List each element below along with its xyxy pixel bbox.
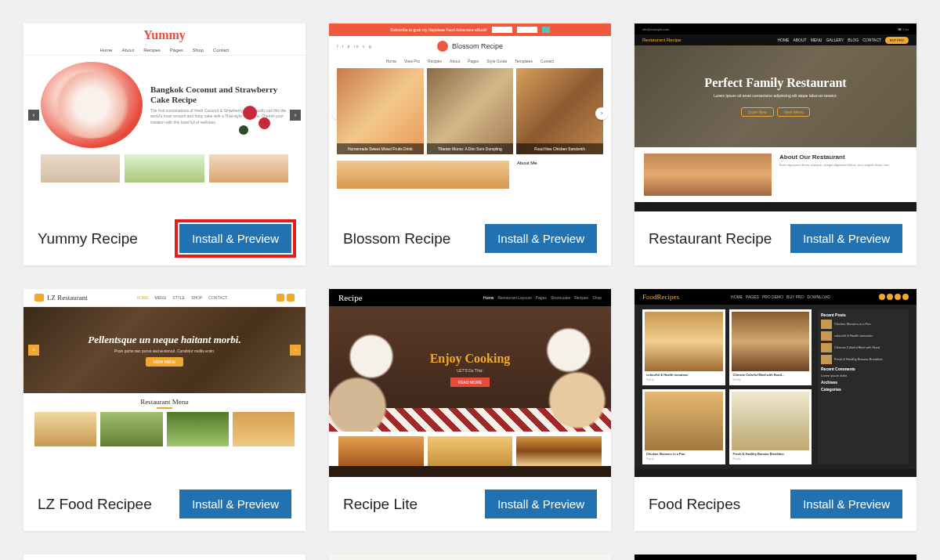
theme-card-restaurant-recipe[interactable]: info@example.com☎ f t in Restaurant Reci…	[634, 23, 916, 266]
preview-brand: Restaurant Recipe	[642, 38, 682, 42]
preview-sidebar-heading: About Me	[517, 161, 603, 189]
menu-heading: Restaurant Menu	[24, 393, 306, 412]
hero-subtitle: Lorem ipsum sit amet consectetur adipisc…	[690, 93, 861, 98]
theme-preview: FoodRecipes HOMEPAGESPRO DEMOBUY PRODOWN…	[634, 289, 916, 477]
preview-brand: LZ Restaurant	[34, 294, 88, 302]
install-preview-button[interactable]: Install & Preview	[179, 490, 291, 518]
theme-preview: info@example.com☎ f t in Restaurant Reci…	[634, 23, 916, 211]
theme-card-recipe-lite[interactable]: Recipe HomeRestaurant LayoutsPagesShortc…	[329, 289, 611, 531]
theme-name: Recipe Lite	[343, 496, 425, 513]
theme-preview: cookery	[329, 555, 611, 560]
preview-thumbs	[24, 412, 306, 446]
preview-brand: Blossom Recipe	[452, 42, 503, 50]
install-preview-button[interactable]: Install & Preview	[790, 490, 902, 518]
carousel-prev-icon: ‹	[28, 345, 39, 356]
topbar-input	[517, 27, 537, 33]
topbar-submit	[542, 27, 550, 33]
logo-icon	[437, 41, 448, 52]
decorative-berries	[235, 102, 290, 157]
social-icons	[879, 294, 909, 300]
hero-title: Pellentsque un neque haitant morbi.	[88, 334, 240, 346]
preview-large-image	[337, 161, 509, 189]
hero-subtitle: LET'S Do This!	[457, 368, 483, 373]
theme-preview: Recipe HomeRestaurant LayoutsPagesShortc…	[329, 289, 611, 477]
hero-title: Perfect Family Restaurant	[704, 76, 846, 90]
carousel-prev-icon: ‹	[28, 110, 39, 121]
preview-brand: FoodRecipes	[642, 293, 679, 301]
theme-preview: LZ Restaurant HOMEMENUSTYLESHOPCONTACT ‹…	[24, 289, 306, 477]
theme-preview: 1040 Park Avenue Busiage 7:30 AM - 7:30 …	[634, 555, 916, 560]
preview-nav: HomeAboutRecipesPagesShopContact	[24, 45, 306, 56]
preview-nav: HomeView ProRecipesAboutPagesStyle Guide…	[329, 56, 611, 68]
carousel-next-icon: ›	[595, 107, 608, 120]
about-title: About Our Restaurant	[779, 154, 907, 161]
hero-button: READ MORE	[450, 378, 490, 387]
theme-preview: Subscribe to grab my Nepalese Food Adven…	[329, 23, 611, 211]
hero-button: VIEW MENU	[146, 357, 184, 367]
theme-name: Restaurant Recipe	[649, 230, 779, 247]
about-image	[644, 154, 772, 196]
theme-card-blossom-recipe[interactable]: Subscribe to grab my Nepalese Food Adven…	[329, 23, 611, 266]
preview-thumbs	[24, 154, 306, 182]
theme-card-yummy-recipe[interactable]: Yummy HomeAboutRecipesPagesShopContact B…	[24, 23, 306, 266]
topbar-input	[492, 27, 512, 33]
theme-card-lz-food-recipee[interactable]: LZ Restaurant HOMEMENUSTYLESHOPCONTACT ‹…	[24, 289, 306, 531]
social-icons: f t p in v g	[337, 44, 373, 49]
theme-name: Blossom Recipe	[343, 230, 458, 247]
install-preview-button[interactable]: Install & Preview	[485, 224, 597, 253]
theme-name: LZ Food Recipee	[38, 496, 160, 513]
install-preview-button[interactable]: Install & Preview	[790, 224, 902, 253]
preview-logo: Yummy	[24, 23, 306, 45]
theme-preview	[24, 555, 306, 560]
install-preview-button[interactable]: Install & Preview	[485, 490, 597, 518]
theme-card-partial[interactable]	[24, 555, 306, 560]
hero-title: Enjoy Cooking	[430, 352, 511, 366]
bowl-image	[41, 62, 143, 148]
carousel-next-icon: ›	[290, 110, 301, 121]
preview-thumbs	[329, 432, 611, 466]
theme-name: Yummy Recipe	[38, 230, 146, 247]
carousel-next-icon: ›	[290, 345, 301, 356]
preview-brand: Recipe	[338, 293, 363, 302]
theme-card-partial[interactable]: 1040 Park Avenue Busiage 7:30 AM - 7:30 …	[634, 555, 916, 560]
theme-grid: Yummy HomeAboutRecipesPagesShopContact B…	[24, 23, 916, 560]
header-icons	[277, 294, 295, 302]
theme-card-food-recipes[interactable]: FoodRecipes HOMEPAGESPRO DEMOBUY PRODOWN…	[634, 289, 916, 531]
about-text: Enim dignissim donec tristique, integer …	[779, 163, 907, 168]
theme-card-partial[interactable]: cookery	[329, 555, 611, 560]
theme-name: Food Recipes	[649, 496, 748, 513]
theme-preview: Yummy HomeAboutRecipesPagesShopContact B…	[24, 23, 306, 211]
hero-subtitle: Proin porta nec purus sed euismod. Curab…	[114, 349, 215, 353]
install-preview-button[interactable]: Install & Preview	[179, 224, 291, 253]
